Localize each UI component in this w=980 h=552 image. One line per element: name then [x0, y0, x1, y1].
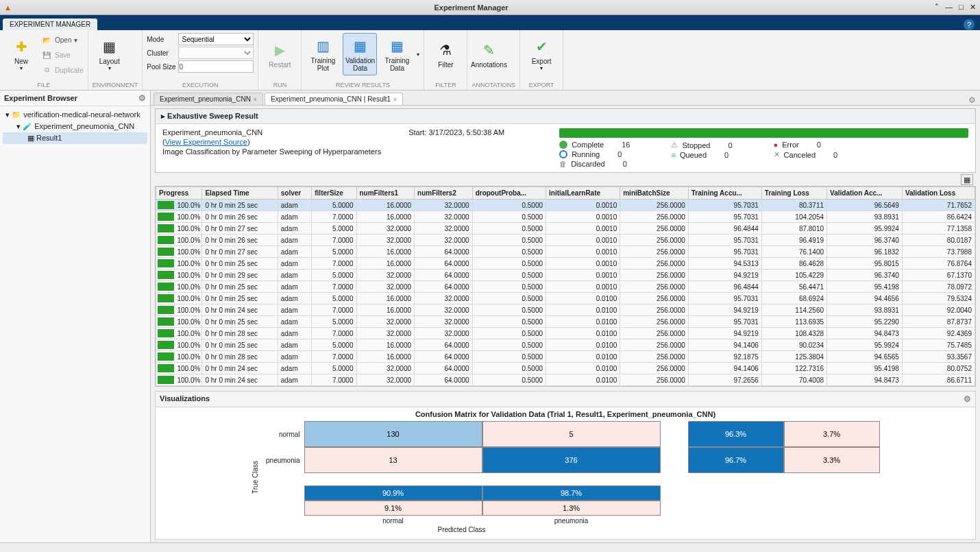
column-header[interactable]: Training Accu...	[688, 187, 761, 200]
column-header[interactable]: numFilters2	[415, 187, 473, 200]
canceled-icon: ✕	[774, 150, 780, 159]
validation-data-button[interactable]: ▦Validation Data	[343, 33, 377, 75]
maximize-icon[interactable]: □	[959, 3, 964, 11]
col-pct-cell: 9.1%	[304, 501, 482, 516]
stopped-icon: ⚠	[671, 141, 678, 149]
experiment-desc: Image Classification by Parameter Sweepi…	[162, 147, 381, 156]
browser-title: Experiment Browser	[4, 94, 77, 102]
column-header[interactable]: filterSize	[312, 187, 356, 200]
tree-result[interactable]: ▦ Result1	[3, 132, 147, 144]
table-row[interactable]: 100.0%0 hr 0 min 25 secadam5.000016.0000…	[156, 293, 975, 304]
complete-icon	[559, 141, 567, 149]
cm-cell: 5	[482, 421, 661, 447]
layout-button[interactable]: ▦Layout▾	[93, 33, 127, 75]
column-header[interactable]: Validation Loss	[902, 187, 975, 200]
column-header[interactable]: Validation Acc...	[827, 187, 903, 200]
grid2-icon: ▦	[387, 36, 406, 56]
results-table: ProgressElapsed TimesolverfilterSizenumF…	[156, 187, 975, 386]
view-source-link[interactable]: View Experiment Source	[165, 138, 247, 146]
table-row[interactable]: 100.0%0 hr 0 min 25 secadam7.000032.0000…	[156, 281, 975, 293]
x-axis-label: Predicted Class	[263, 526, 661, 533]
queued-icon: ≡	[671, 151, 675, 159]
table-row[interactable]: 100.0%0 hr 0 min 25 secadam5.000016.0000…	[156, 339, 975, 351]
tree-experiment[interactable]: ▾ 🧪 Experiment_pneumonia_CNN	[3, 121, 147, 132]
training-data-button[interactable]: ▦Training Data	[380, 33, 414, 75]
doctab-result[interactable]: Experiment_pneumonia_CNN | Result1×	[265, 93, 403, 105]
pool-input[interactable]	[178, 60, 254, 73]
column-header[interactable]: miniBatchSize	[620, 187, 689, 200]
experiment-name: Experiment_pneumonia_CNN	[162, 128, 381, 136]
table-view-icon[interactable]: ▦	[961, 174, 973, 185]
table-row[interactable]: 100.0%0 hr 0 min 25 secadam5.000032.0000…	[156, 316, 975, 328]
col-header-normal: normal	[304, 517, 482, 525]
restart-button[interactable]: ▶Restart	[262, 33, 297, 75]
column-header[interactable]: initialLearnRate	[546, 187, 620, 200]
result-summary-panel: ▸ Exhaustive Sweep Result Experiment_pne…	[155, 108, 976, 173]
open-button[interactable]: 📂Open ▾	[41, 33, 84, 47]
note-icon: ✎	[479, 40, 498, 60]
annotations-button[interactable]: ✎Annotations	[471, 33, 506, 75]
duplicate-button[interactable]: ⧉Duplicate	[41, 63, 84, 77]
row-pct-cell: 96.7%	[688, 447, 784, 473]
check-icon: ✔	[532, 37, 551, 56]
plus-icon: ✚	[12, 37, 31, 56]
gear-icon[interactable]: ⚙	[968, 95, 976, 105]
folder-icon: 📂	[41, 36, 52, 44]
grid-icon: ▦	[350, 36, 369, 56]
experiment-browser-panel: Experiment Browser⚙ ▾ 📁 verification-med…	[0, 91, 151, 542]
gear-icon[interactable]: ⚙	[138, 93, 146, 103]
cm-cell: 13	[304, 447, 482, 473]
close-icon[interactable]: ×	[393, 96, 397, 103]
document-tabs: Experiment_pneumonia_CNN× Experiment_pne…	[151, 91, 980, 106]
table-row[interactable]: 100.0%0 hr 0 min 26 secadam7.000032.0000…	[156, 235, 975, 246]
doctab-experiment[interactable]: Experiment_pneumonia_CNN×	[154, 93, 263, 105]
ribbon-toolbar: ✚New▾ 📂Open ▾ 💾Save ⧉Duplicate FILE ▦Lay…	[0, 30, 980, 91]
results-table-wrap[interactable]: ProgressElapsed TimesolverfilterSizenumF…	[155, 186, 976, 387]
running-icon	[559, 150, 567, 158]
col-pct-cell: 1.3%	[482, 501, 661, 516]
column-header[interactable]: numFilters1	[356, 187, 415, 200]
table-row[interactable]: 100.0%0 hr 0 min 24 secadam5.000032.0000…	[156, 363, 975, 374]
table-row[interactable]: 100.0%0 hr 0 min 24 secadam7.000032.0000…	[156, 374, 975, 386]
table-row[interactable]: 100.0%0 hr 0 min 25 secadam7.000016.0000…	[156, 258, 975, 269]
filter-button[interactable]: ⚗Filter	[428, 33, 463, 75]
new-button[interactable]: ✚New▾	[4, 33, 38, 75]
table-row[interactable]: 100.0%0 hr 0 min 26 secadam7.000016.0000…	[156, 211, 975, 223]
table-row[interactable]: 100.0%0 hr 0 min 27 secadam5.000032.0000…	[156, 223, 975, 235]
mode-label: Mode	[147, 36, 175, 43]
col-pct-cell: 98.7%	[482, 485, 661, 501]
table-row[interactable]: 100.0%0 hr 0 min 29 secadam5.000032.0000…	[156, 269, 975, 281]
col-pct-cell: 90.9%	[304, 485, 482, 501]
row-pct-cell: 96.3%	[688, 421, 784, 447]
group-file-label: FILE	[4, 82, 84, 88]
collapse-icon[interactable]: ˄	[935, 3, 939, 11]
export-button[interactable]: ✔Export▾	[524, 33, 559, 75]
cm-cell: 130	[304, 421, 482, 447]
tab-experiment-manager[interactable]: EXPERIMENT MANAGER	[3, 19, 97, 30]
column-header[interactable]: Training Loss	[761, 187, 826, 200]
y-axis-label: True Class	[252, 461, 259, 494]
help-icon[interactable]: ?	[964, 19, 975, 30]
save-button[interactable]: 💾Save	[41, 48, 84, 62]
training-plot-button[interactable]: ▥Training Plot	[306, 33, 340, 75]
table-row[interactable]: 100.0%0 hr 0 min 28 secadam7.000032.0000…	[156, 328, 975, 339]
close-icon[interactable]: ✕	[970, 3, 976, 11]
funnel-icon: ⚗	[436, 40, 455, 60]
mode-select[interactable]: Sequential	[178, 33, 254, 45]
table-row[interactable]: 100.0%0 hr 0 min 25 secadam5.000016.0000…	[156, 200, 975, 211]
tree-project[interactable]: ▾ 📁 verification-medical-neural-network	[3, 109, 147, 121]
column-header[interactable]: Elapsed Time	[202, 187, 278, 200]
column-header[interactable]: Progress	[156, 187, 202, 200]
play-icon: ▶	[270, 40, 289, 60]
gear-icon[interactable]: ⚙	[964, 394, 971, 404]
table-row[interactable]: 100.0%0 hr 0 min 24 secadam7.000016.0000…	[156, 304, 975, 316]
column-header[interactable]: solver	[278, 187, 312, 200]
window-titlebar: ▲ Experiment Manager ˄ — □ ✕	[0, 0, 980, 15]
column-header[interactable]: dropoutProba...	[472, 187, 546, 200]
cluster-select[interactable]	[178, 47, 254, 59]
close-icon[interactable]: ×	[254, 96, 257, 103]
table-row[interactable]: 100.0%0 hr 0 min 28 secadam7.000016.0000…	[156, 351, 975, 363]
minimize-icon[interactable]: —	[945, 3, 953, 11]
table-row[interactable]: 100.0%0 hr 0 min 27 secadam5.000016.0000…	[156, 246, 975, 258]
matlab-icon: ▲	[4, 3, 12, 12]
